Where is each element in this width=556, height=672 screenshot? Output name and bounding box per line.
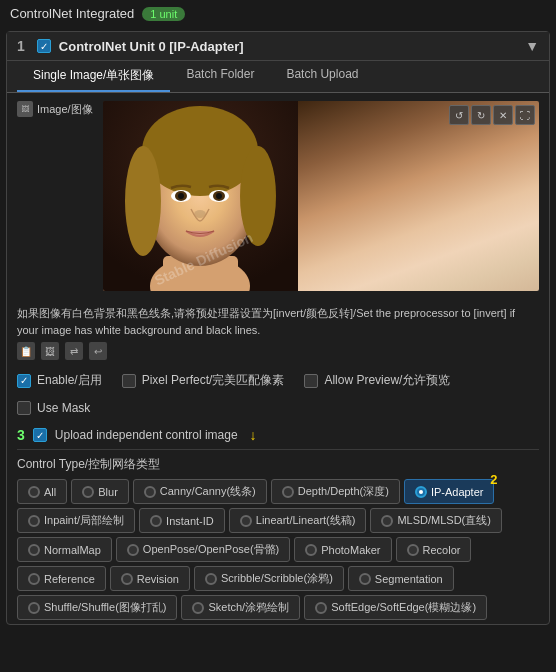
ctrl-label-sketch: Sketch/涂鸦绘制 [208,600,289,615]
control-type-grid: All Blur Canny/Canny(线条) Depth/Depth(深度)… [17,479,539,620]
ctrl-btn-photomaker[interactable]: PhotoMaker [294,537,391,562]
ctrl-label-recolor: Recolor [423,544,461,556]
ctrl-btn-all[interactable]: All [17,479,67,504]
undo-icon[interactable]: ↩ [89,342,107,360]
pixel-perfect-label: Pixel Perfect/完美匹配像素 [142,372,285,389]
control-type-label: Control Type/控制网络类型 [17,456,539,473]
ctrl-btn-depth[interactable]: Depth/Depth(深度) [271,479,400,504]
ctrl-label-reference: Reference [44,573,95,585]
radio-segmentation [359,573,371,585]
radio-mlsd [381,515,393,527]
radio-openpose [127,544,139,556]
ctrl-btn-reference[interactable]: Reference [17,566,106,591]
control-type-section: Control Type/控制网络类型 All Blur Canny/Canny… [7,450,549,624]
ctrl-label-openpose: OpenPose/OpenPose(骨骼) [143,542,279,557]
ctrl-btn-blur[interactable]: Blur [71,479,129,504]
radio-all [28,486,40,498]
radio-recolor [407,544,419,556]
ctrl-btn-mlsd[interactable]: MLSD/MLSD(直线) [370,508,502,533]
upload-label: Upload independent control image [55,428,238,442]
notice-icons: 📋 🖼 ⇄ ↩ [17,342,539,360]
tab-batch-upload[interactable]: Batch Upload [270,61,374,92]
image-icon2[interactable]: 🖼 [41,342,59,360]
allow-preview-row[interactable]: Allow Preview/允许预览 [304,372,450,389]
ctrl-btn-instant-id[interactable]: Instant-ID [139,508,225,533]
remove-image-button[interactable]: ✕ [493,105,513,125]
panel-number: 1 [17,38,25,54]
enable-checkbox[interactable] [17,374,31,388]
enable-label: Enable/启用 [37,372,102,389]
ctrl-btn-softedge[interactable]: SoftEdge/SoftEdge(模糊边缘) [304,595,487,620]
pixel-perfect-row[interactable]: Pixel Perfect/完美匹配像素 [122,372,285,389]
ctrl-btn-openpose[interactable]: OpenPose/OpenPose(骨骼) [116,537,290,562]
allow-preview-label: Allow Preview/允许预览 [324,372,450,389]
image-preview[interactable]: Stable Diffusion ↺ ↻ ✕ ⛶ [103,101,539,291]
radio-blur [82,486,94,498]
image-label-text: Image/图像 [37,102,93,117]
tab-bar: Single Image/单张图像 Batch Folder Batch Upl… [7,61,549,93]
ctrl-label-shuffle: Shuffle/Shuffle(图像打乱) [44,600,166,615]
options-row-2: Use Mask [7,395,549,421]
radio-canny [144,486,156,498]
ctrl-btn-normalmap[interactable]: NormalMap [17,537,112,562]
collapse-icon[interactable]: ▼ [525,38,539,54]
ctrl-label-canny: Canny/Canny(线条) [160,484,256,499]
panel-enable-checkbox[interactable] [37,39,51,53]
tab-batch-folder[interactable]: Batch Folder [170,61,270,92]
swap-icon[interactable]: ⇄ [65,342,83,360]
radio-depth [282,486,294,498]
ctrl-btn-sketch[interactable]: Sketch/涂鸦绘制 [181,595,300,620]
use-mask-checkbox[interactable] [17,401,31,415]
ctrl-label-photomaker: PhotoMaker [321,544,380,556]
ctrl-label-softedge: SoftEdge/SoftEdge(模糊边缘) [331,600,476,615]
copy-icon[interactable]: 📋 [17,342,35,360]
enable-row[interactable]: Enable/启用 [17,372,102,389]
radio-scribble [205,573,217,585]
radio-photomaker [305,544,317,556]
upload-section: 3 Upload independent control image ↓ [7,421,549,449]
radio-revision [121,573,133,585]
ip-adapter-number: 2 [490,472,497,487]
tab-single-image[interactable]: Single Image/单张图像 [17,61,170,92]
face-svg: Stable Diffusion [103,101,298,291]
allow-preview-checkbox[interactable] [304,374,318,388]
radio-softedge [315,602,327,614]
use-mask-row[interactable]: Use Mask [17,401,90,415]
pixel-perfect-checkbox[interactable] [122,374,136,388]
ctrl-btn-shuffle[interactable]: Shuffle/Shuffle(图像打乱) [17,595,177,620]
rotate-left-button[interactable]: ↺ [449,105,469,125]
ctrl-btn-revision[interactable]: Revision [110,566,190,591]
ctrl-label-lineart: Lineart/Lineart(线稿) [256,513,356,528]
use-mask-label: Use Mask [37,401,90,415]
ctrl-btn-canny[interactable]: Canny/Canny(线条) [133,479,267,504]
ctrl-btn-recolor[interactable]: Recolor [396,537,472,562]
ctrl-label-revision: Revision [137,573,179,585]
ctrl-label-depth: Depth/Depth(深度) [298,484,389,499]
radio-normalmap [28,544,40,556]
ctrl-btn-inpaint[interactable]: Inpaint/局部绘制 [17,508,135,533]
rotate-right-button[interactable]: ↻ [471,105,491,125]
upload-checkbox[interactable] [33,428,47,442]
svg-point-12 [216,193,222,199]
image-icon: 🖼 [17,101,33,117]
controlnet-panel: 1 ControlNet Unit 0 [IP-Adapter] ▼ Singl… [6,31,550,625]
svg-point-5 [125,146,161,256]
ctrl-label-mlsd: MLSD/MLSD(直线) [397,513,491,528]
radio-instant-id [150,515,162,527]
radio-sketch [192,602,204,614]
top-bar-title: ControlNet Integrated [10,6,134,21]
notice-text: 如果图像有白色背景和黑色线条,请将预处理器设置为[invert/颜色反转]/Se… [7,299,549,366]
panel-title: ControlNet Unit 0 [IP-Adapter] [59,39,244,54]
radio-reference [28,573,40,585]
unit-badge: 1 unit [142,7,185,21]
options-row-1: Enable/启用 Pixel Perfect/完美匹配像素 Allow Pre… [7,366,549,395]
ctrl-btn-scribble[interactable]: Scribble/Scribble(涂鸦) [194,566,344,591]
ctrl-btn-ip-adapter[interactable]: IP-Adapter 2 [404,479,495,504]
ctrl-label-all: All [44,486,56,498]
ctrl-btn-segmentation[interactable]: Segmentation [348,566,454,591]
ctrl-label-instant-id: Instant-ID [166,515,214,527]
ctrl-btn-lineart[interactable]: Lineart/Lineart(线稿) [229,508,367,533]
fullscreen-button[interactable]: ⛶ [515,105,535,125]
ctrl-label-blur: Blur [98,486,118,498]
ctrl-label-scribble: Scribble/Scribble(涂鸦) [221,571,333,586]
